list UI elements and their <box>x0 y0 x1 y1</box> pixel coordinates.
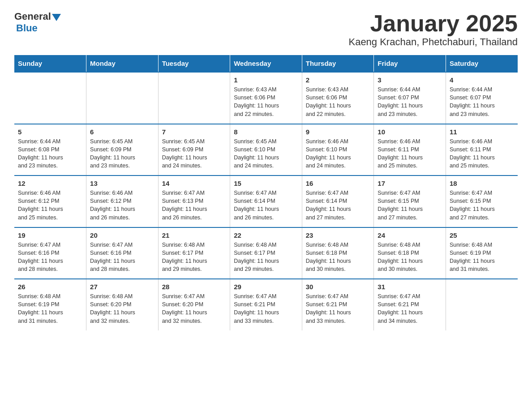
day-info: Sunrise: 6:48 AM Sunset: 6:19 PM Dayligh… <box>18 292 82 325</box>
calendar-table: SundayMondayTuesdayWednesdayThursdayFrid… <box>14 55 518 330</box>
calendar-cell: 19Sunrise: 6:47 AM Sunset: 6:16 PM Dayli… <box>14 227 86 279</box>
calendar-cell: 14Sunrise: 6:47 AM Sunset: 6:13 PM Dayli… <box>158 176 230 227</box>
calendar-cell <box>446 279 518 330</box>
calendar-cell: 1Sunrise: 6:43 AM Sunset: 6:06 PM Daylig… <box>230 72 302 124</box>
day-number: 21 <box>162 231 227 239</box>
day-info: Sunrise: 6:45 AM Sunset: 6:09 PM Dayligh… <box>162 137 227 170</box>
day-number: 15 <box>234 180 298 187</box>
calendar-cell: 28Sunrise: 6:47 AM Sunset: 6:20 PM Dayli… <box>158 279 230 330</box>
day-info: Sunrise: 6:45 AM Sunset: 6:10 PM Dayligh… <box>234 137 298 170</box>
calendar-cell: 15Sunrise: 6:47 AM Sunset: 6:14 PM Dayli… <box>230 176 302 227</box>
weekday-header: Friday <box>374 55 446 72</box>
calendar-cell: 24Sunrise: 6:48 AM Sunset: 6:18 PM Dayli… <box>374 227 446 279</box>
calendar-header-row: SundayMondayTuesdayWednesdayThursdayFrid… <box>14 55 518 72</box>
day-number: 2 <box>306 76 370 84</box>
page-header: General Blue January 2025 Kaeng Krachan,… <box>14 11 518 48</box>
day-info: Sunrise: 6:47 AM Sunset: 6:15 PM Dayligh… <box>450 189 514 222</box>
calendar-cell: 20Sunrise: 6:47 AM Sunset: 6:16 PM Dayli… <box>86 227 159 279</box>
day-number: 28 <box>162 283 227 291</box>
calendar-cell <box>14 72 86 124</box>
day-info: Sunrise: 6:46 AM Sunset: 6:10 PM Dayligh… <box>306 137 370 170</box>
calendar-cell: 12Sunrise: 6:46 AM Sunset: 6:12 PM Dayli… <box>14 176 86 227</box>
day-info: Sunrise: 6:47 AM Sunset: 6:16 PM Dayligh… <box>18 241 82 274</box>
day-number: 11 <box>450 128 514 136</box>
calendar-cell: 3Sunrise: 6:44 AM Sunset: 6:07 PM Daylig… <box>374 72 446 124</box>
day-number: 30 <box>306 283 370 291</box>
logo-general: General <box>14 11 51 22</box>
day-info: Sunrise: 6:46 AM Sunset: 6:11 PM Dayligh… <box>378 137 442 170</box>
day-number: 13 <box>90 180 154 187</box>
day-number: 19 <box>18 231 82 239</box>
day-number: 23 <box>306 231 370 239</box>
day-info: Sunrise: 6:44 AM Sunset: 6:07 PM Dayligh… <box>378 86 442 118</box>
day-number: 9 <box>306 128 370 136</box>
calendar-cell: 30Sunrise: 6:47 AM Sunset: 6:21 PM Dayli… <box>302 279 374 330</box>
day-info: Sunrise: 6:48 AM Sunset: 6:17 PM Dayligh… <box>162 241 227 274</box>
day-info: Sunrise: 6:48 AM Sunset: 6:18 PM Dayligh… <box>378 241 442 274</box>
day-info: Sunrise: 6:43 AM Sunset: 6:06 PM Dayligh… <box>306 86 370 118</box>
day-info: Sunrise: 6:48 AM Sunset: 6:18 PM Dayligh… <box>306 241 370 274</box>
day-number: 12 <box>18 180 82 187</box>
page-subtitle: Kaeng Krachan, Phetchaburi, Thailand <box>348 36 518 48</box>
day-info: Sunrise: 6:46 AM Sunset: 6:11 PM Dayligh… <box>450 137 514 170</box>
calendar-week-row: 12Sunrise: 6:46 AM Sunset: 6:12 PM Dayli… <box>14 176 518 227</box>
calendar-cell <box>86 72 159 124</box>
day-info: Sunrise: 6:44 AM Sunset: 6:08 PM Dayligh… <box>18 137 82 170</box>
calendar-cell: 4Sunrise: 6:44 AM Sunset: 6:07 PM Daylig… <box>446 72 518 124</box>
day-info: Sunrise: 6:43 AM Sunset: 6:06 PM Dayligh… <box>234 86 298 118</box>
page-title: January 2025 <box>348 11 518 36</box>
day-number: 6 <box>90 128 154 136</box>
day-number: 7 <box>162 128 227 136</box>
day-number: 10 <box>378 128 442 136</box>
day-number: 3 <box>378 76 442 84</box>
day-info: Sunrise: 6:48 AM Sunset: 6:19 PM Dayligh… <box>450 241 514 274</box>
weekday-header: Tuesday <box>158 55 230 72</box>
calendar-cell: 25Sunrise: 6:48 AM Sunset: 6:19 PM Dayli… <box>446 227 518 279</box>
day-number: 24 <box>378 231 442 239</box>
logo-triangle-icon <box>52 14 61 21</box>
calendar-cell: 10Sunrise: 6:46 AM Sunset: 6:11 PM Dayli… <box>374 124 446 176</box>
calendar-cell: 27Sunrise: 6:48 AM Sunset: 6:20 PM Dayli… <box>86 279 159 330</box>
weekday-header: Thursday <box>302 55 374 72</box>
calendar-cell: 5Sunrise: 6:44 AM Sunset: 6:08 PM Daylig… <box>14 124 86 176</box>
day-number: 18 <box>450 180 514 187</box>
calendar-week-row: 5Sunrise: 6:44 AM Sunset: 6:08 PM Daylig… <box>14 124 518 176</box>
calendar-cell: 26Sunrise: 6:48 AM Sunset: 6:19 PM Dayli… <box>14 279 86 330</box>
day-info: Sunrise: 6:47 AM Sunset: 6:21 PM Dayligh… <box>306 292 370 325</box>
day-info: Sunrise: 6:48 AM Sunset: 6:17 PM Dayligh… <box>234 241 298 274</box>
calendar-cell: 21Sunrise: 6:48 AM Sunset: 6:17 PM Dayli… <box>158 227 230 279</box>
day-info: Sunrise: 6:47 AM Sunset: 6:21 PM Dayligh… <box>378 292 442 325</box>
calendar-cell: 31Sunrise: 6:47 AM Sunset: 6:21 PM Dayli… <box>374 279 446 330</box>
day-info: Sunrise: 6:47 AM Sunset: 6:14 PM Dayligh… <box>234 189 298 222</box>
day-number: 27 <box>90 283 154 291</box>
day-number: 8 <box>234 128 298 136</box>
calendar-week-row: 1Sunrise: 6:43 AM Sunset: 6:06 PM Daylig… <box>14 72 518 124</box>
day-number: 31 <box>378 283 442 291</box>
calendar-cell: 2Sunrise: 6:43 AM Sunset: 6:06 PM Daylig… <box>302 72 374 124</box>
weekday-header: Wednesday <box>230 55 302 72</box>
calendar-week-row: 19Sunrise: 6:47 AM Sunset: 6:16 PM Dayli… <box>14 227 518 279</box>
calendar-cell: 13Sunrise: 6:46 AM Sunset: 6:12 PM Dayli… <box>86 176 159 227</box>
day-number: 4 <box>450 76 514 84</box>
calendar-cell: 7Sunrise: 6:45 AM Sunset: 6:09 PM Daylig… <box>158 124 230 176</box>
day-number: 26 <box>18 283 82 291</box>
weekday-header: Sunday <box>14 55 86 72</box>
calendar-cell: 17Sunrise: 6:47 AM Sunset: 6:15 PM Dayli… <box>374 176 446 227</box>
day-info: Sunrise: 6:48 AM Sunset: 6:20 PM Dayligh… <box>90 292 154 325</box>
day-number: 16 <box>306 180 370 187</box>
logo: General Blue <box>14 11 61 34</box>
day-number: 25 <box>450 231 514 239</box>
calendar-cell: 9Sunrise: 6:46 AM Sunset: 6:10 PM Daylig… <box>302 124 374 176</box>
logo-blue: Blue <box>16 22 38 34</box>
day-number: 17 <box>378 180 442 187</box>
day-number: 20 <box>90 231 154 239</box>
calendar-cell: 6Sunrise: 6:45 AM Sunset: 6:09 PM Daylig… <box>86 124 159 176</box>
day-number: 22 <box>234 231 298 239</box>
calendar-cell: 16Sunrise: 6:47 AM Sunset: 6:14 PM Dayli… <box>302 176 374 227</box>
weekday-header: Monday <box>86 55 159 72</box>
day-number: 5 <box>18 128 82 136</box>
day-number: 14 <box>162 180 227 187</box>
title-block: January 2025 Kaeng Krachan, Phetchaburi,… <box>348 11 518 48</box>
day-number: 29 <box>234 283 298 291</box>
day-info: Sunrise: 6:47 AM Sunset: 6:20 PM Dayligh… <box>162 292 227 325</box>
